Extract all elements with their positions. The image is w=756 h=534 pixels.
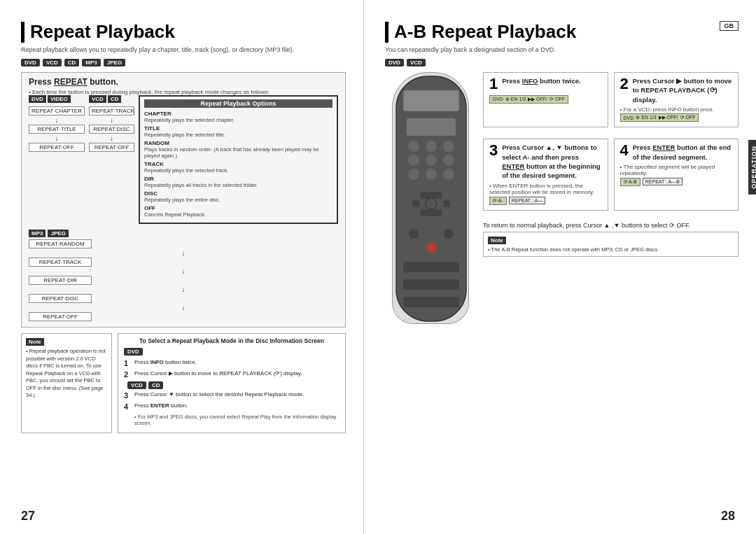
repeat-options-area: DVD VIDEO REPEAT·CHAPTER ↓ REPEAT·TITLE …	[29, 95, 338, 224]
right-title-text: A-B Repeat Playback	[394, 21, 576, 43]
svg-point-10	[426, 169, 437, 180]
option-off: OFF Cancels Repeat Playback.	[144, 205, 332, 218]
repeat-track-mp3: REPEAT·TRACK	[29, 258, 92, 267]
svg-rect-2	[407, 118, 456, 136]
gb-badge: GB	[720, 21, 739, 31]
arrow-1: ↓	[29, 117, 85, 124]
jpeg-badge: JPEG	[48, 230, 68, 237]
right-disc-badges: DVD VCD	[385, 59, 738, 66]
arrow-8: ↓	[29, 304, 338, 311]
repeat-off-dvd: REPEAT·OFF	[29, 143, 85, 152]
remote-svg	[393, 73, 470, 325]
select-step-1: 1 Press INFO button twice.	[124, 359, 340, 367]
options-col: Repeat Playback Options CHAPTER Repeated…	[139, 95, 338, 224]
svg-rect-22	[403, 297, 459, 307]
badge-cd: CD	[64, 59, 80, 66]
video-badge-inner: VIDEO	[48, 95, 71, 103]
disc-badges: DVD VCD CD MP3 JPEG	[21, 59, 346, 66]
operation-tab: OPERATION	[748, 140, 756, 195]
vcd-cd-col: VCD CD REPEAT·TRACK ↓ REPEAT·DISC ↓ REPE…	[89, 95, 134, 224]
remote-control	[392, 72, 469, 324]
note-title: Note	[26, 338, 44, 346]
svg-point-16	[426, 198, 437, 209]
arrow-7: ↓	[29, 286, 338, 293]
repeat-dir-mp3: REPEAT·DIR	[29, 276, 92, 285]
option-disc: DISC Repeatedly plays the entire disc.	[144, 190, 332, 203]
option-dir: DIR Repeatedly plays all tracks in the s…	[144, 176, 332, 188]
steps-col: 1 Press INFO button twice. DVD ⊕ EN 1/3 …	[483, 72, 738, 324]
step3-note: • When ENTER button is pressed, the sele…	[489, 183, 602, 195]
step-card-4: 4 Press ENTER button at the end of the d…	[614, 139, 739, 210]
vcd-badge-inner: VCD	[89, 95, 106, 103]
select-note: • For MP3 and JPEG discs, you cannot sel…	[134, 414, 340, 426]
svg-rect-13	[421, 209, 442, 216]
step2-screen: DVD ⊕ EN 1/3 ▶▶ OFF/ ⟳ OFF	[620, 113, 699, 122]
select-step-2: 2 Press Cursor ▶ button to move to REPEA…	[124, 370, 340, 379]
remote-col	[385, 72, 476, 324]
badge-dvd: DVD	[21, 59, 40, 66]
options-title: Repeat Playback Options	[144, 99, 332, 108]
svg-point-5	[443, 141, 454, 152]
svg-point-17	[409, 229, 419, 239]
step3-screen: ⟳ A-	[489, 197, 507, 205]
svg-point-3	[408, 141, 419, 152]
step4-note: • The specified segment will be played r…	[620, 164, 733, 176]
right-title-bar-decoration	[385, 22, 388, 43]
right-page-num: 28	[721, 509, 735, 524]
note-section: Note • Repeat playback operation is not …	[21, 333, 346, 433]
select-repeat-title: To Select a Repeat Playback Mode in the …	[124, 337, 340, 344]
badge-vcd: VCD	[43, 59, 62, 66]
dvd-badge-inner: DVD	[29, 95, 46, 103]
right-note-box: Note • The A-B Repeat function does not …	[483, 232, 738, 258]
steps-grid: 1 Press INFO button twice. DVD ⊕ EN 1/3 …	[483, 72, 738, 216]
right-badge-vcd: VCD	[407, 59, 426, 66]
select-step-3: 3 Press Cursor ▼ button to select the de…	[124, 391, 340, 400]
svg-point-19	[426, 243, 436, 253]
note-text: • Repeat playback operation is not possi…	[26, 348, 107, 400]
return-text: To return to normal playback, press Curs…	[483, 222, 738, 229]
svg-point-18	[444, 229, 454, 239]
svg-rect-20	[403, 262, 459, 272]
arrow-5: ↓	[29, 250, 338, 257]
press-repeat-box: Press REPEAT button. • Each time the but…	[21, 72, 346, 328]
right-page: GB A-B Repeat Playback You can repeatedl…	[364, 0, 756, 534]
repeat-title: REPEAT·TITLE	[29, 125, 85, 134]
svg-point-7	[426, 155, 437, 166]
note-box: Note • Repeat playback operation is not …	[21, 333, 112, 433]
press-repeat-sub: • Each time the button is pressed during…	[29, 89, 338, 95]
select-step-4: 4 Press ENTER button.	[124, 402, 340, 411]
repeat-random-mp3: REPEAT·RANDOM	[29, 239, 92, 248]
repeat-chapter: REPEAT·CHAPTER	[29, 106, 85, 115]
svg-rect-15	[443, 200, 450, 207]
svg-point-4	[426, 141, 437, 152]
left-title-text: Repeat Playback	[30, 21, 175, 43]
right-page-title: A-B Repeat Playback	[385, 21, 738, 43]
badge-jpeg: JPEG	[104, 59, 125, 66]
svg-rect-21	[403, 279, 459, 290]
repeat-track-vcd: REPEAT·TRACK	[89, 106, 134, 115]
arrow-3: ↓	[89, 117, 134, 124]
left-subtitle: Repeat playback allows you to repeatedly…	[21, 46, 346, 53]
left-page-title: Repeat Playback	[21, 21, 346, 43]
select-vcd-badge: VCD	[127, 381, 146, 389]
arrow-2: ↓	[29, 135, 85, 142]
option-track: TRACK Repeatedly plays the selected trac…	[144, 161, 332, 174]
repeat-disc-mp3: REPEAT·DISC	[29, 294, 92, 303]
repeat-keyword: REPEAT	[54, 77, 88, 87]
option-title: TITLE Repeatedly plays the selected titl…	[144, 125, 332, 138]
repeat-a-badge: REPEAT : A—	[509, 197, 545, 204]
right-badge-dvd: DVD	[385, 59, 404, 66]
option-chapter: CHAPTER Repeatedly plays the selected ch…	[144, 111, 332, 123]
right-content: 1 Press INFO button twice. DVD ⊕ EN 1/3 …	[385, 72, 738, 324]
select-dvd-badge: DVD	[124, 348, 143, 356]
right-note-text: • The A-B Repeat function does not opera…	[488, 246, 734, 254]
svg-point-11	[443, 169, 454, 180]
select-repeat-box: To Select a Repeat Playback Mode in the …	[118, 333, 346, 433]
ab-subtitle: You can repeatedly play back a designate…	[385, 46, 738, 53]
mp3-badge: MP3	[29, 230, 46, 237]
step-card-1: 1 Press INFO button twice. DVD ⊕ EN 1/3 …	[483, 72, 608, 127]
step1-screen: DVD ⊕ EN 1/3 ▶▶ OFF/ ⟳ OFF	[489, 95, 568, 104]
svg-point-6	[408, 155, 419, 166]
badge-mp3: MP3	[82, 59, 100, 66]
left-page-num: 27	[21, 509, 35, 524]
